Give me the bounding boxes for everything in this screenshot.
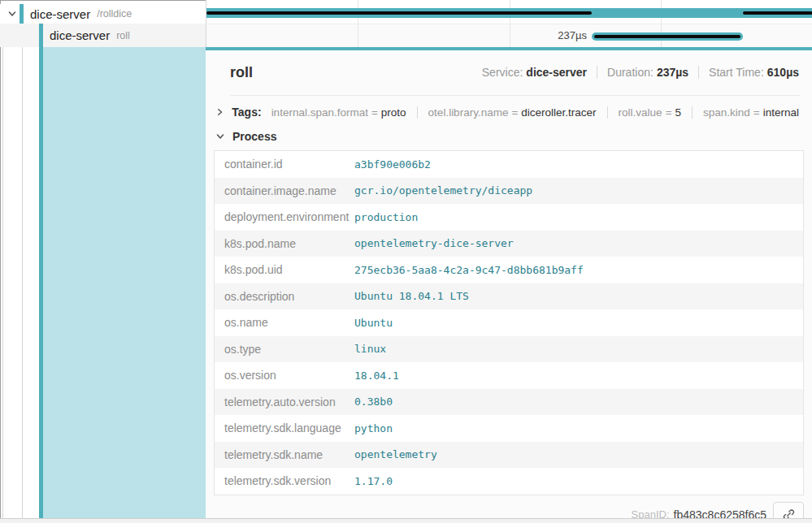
attribute-key: telemetry.sdk.name — [215, 448, 354, 461]
service-name: dice-server — [30, 7, 90, 21]
chevron-right-icon — [215, 107, 224, 117]
attribute-value: 1.17.0 — [354, 475, 393, 487]
tag-item: internal.span.format=proto — [271, 106, 406, 119]
chevron-down-icon — [7, 9, 17, 19]
tag-value: internal — [763, 106, 799, 119]
header-divider — [230, 95, 801, 96]
service-name: dice-server — [50, 28, 110, 42]
indent-guide — [22, 47, 23, 518]
attribute-key: os.version — [215, 369, 354, 382]
tag-item: roll.value=5 — [607, 106, 681, 119]
tag-equals: = — [750, 106, 763, 119]
table-row: telemetry.sdk.language python — [215, 415, 803, 442]
span-duration-label: 237µs — [558, 29, 587, 41]
attribute-key: telemetry.sdk.version — [215, 474, 354, 487]
tag-value: proto — [381, 106, 406, 119]
overview-value: 237µs — [657, 66, 688, 79]
table-row: container.id a3bf90e006b2 — [215, 151, 803, 178]
indent-guide — [2, 47, 3, 518]
overview-value: 610µs — [767, 66, 799, 79]
selected-span-highlight — [43, 47, 206, 518]
attribute-key: k8s.pod.uid — [215, 263, 354, 276]
attribute-value: opentelemetry — [354, 448, 437, 460]
tag-list: internal.span.format=proto otel.library.… — [271, 106, 799, 119]
tag-equals: = — [368, 106, 381, 119]
table-row: container.image.name gcr.io/opentelemetr… — [215, 178, 803, 205]
table-row: telemetry.auto.version 0.38b0 — [215, 389, 803, 416]
tags-label: Tags: — [232, 106, 261, 119]
span-self-time-segment — [743, 11, 812, 15]
span-self-time-segment — [594, 35, 740, 38]
tag-key: span.kind — [703, 106, 750, 119]
overview-item: Duration:237µs — [597, 66, 688, 79]
operation-name: /rolldice — [97, 8, 132, 19]
attribute-key: os.description — [215, 290, 354, 303]
table-row: k8s.pod.name opentelemetry-dice-server — [215, 231, 803, 257]
tag-item: span.kind=internal — [692, 106, 799, 119]
span-bar-rolldice[interactable] — [206, 8, 812, 18]
horizontal-scrollbar[interactable] — [0, 518, 812, 523]
attribute-key: telemetry.auto.version — [215, 395, 354, 408]
span-detail-panel: roll Service:dice-server Duration:237µs … — [206, 47, 812, 518]
attribute-key: deployment.environment — [215, 210, 354, 223]
table-row: telemetry.sdk.name opentelemetry — [215, 442, 803, 469]
span-row-roll[interactable]: dice-server roll — [0, 24, 206, 47]
attribute-key: os.type — [215, 343, 354, 356]
timeline-row-separator — [206, 24, 812, 24]
tag-equals: = — [662, 106, 675, 119]
attribute-value: python — [354, 422, 393, 434]
attribute-key: container.image.name — [215, 184, 354, 197]
span-self-time-segment — [206, 11, 592, 15]
tag-value: diceroller.tracer — [521, 106, 596, 119]
jaeger-trace-view: dice-server /rolldice dice-server roll 2… — [0, 0, 812, 523]
span-overview: Service:dice-server Duration:237µs Start… — [482, 66, 799, 79]
attribute-key: container.id — [215, 158, 354, 171]
overview-value: dice-server — [526, 66, 587, 79]
span-detail-header: roll Service:dice-server Duration:237µs … — [230, 60, 799, 84]
process-label: Process — [232, 130, 276, 143]
table-row: telemetry.sdk.version 1.17.0 — [215, 468, 803, 495]
attribute-value: production — [354, 211, 418, 223]
process-section-header[interactable]: Process — [215, 128, 812, 145]
attribute-value: opentelemetry-dice-server — [354, 237, 514, 249]
operation-name: roll — [116, 30, 130, 41]
service-color-bar — [39, 24, 43, 47]
table-row: os.name Ubuntu — [215, 309, 803, 336]
overview-item: Service:dice-server — [482, 66, 587, 79]
attribute-value: Ubuntu 18.04.1 LTS — [354, 290, 469, 302]
attribute-key: os.name — [215, 316, 354, 329]
attribute-value: gcr.io/opentelemetry/diceapp — [354, 184, 532, 197]
overview-label: Start Time: — [709, 66, 764, 79]
process-attributes-table: container.id a3bf90e006b2 container.imag… — [214, 150, 804, 495]
table-row: os.description Ubuntu 18.04.1 LTS — [215, 283, 803, 310]
overview-item: Start Time:610µs — [698, 66, 799, 79]
table-row: os.version 18.04.1 — [215, 362, 803, 389]
span-title: roll — [230, 64, 253, 81]
tag-value: 5 — [675, 106, 682, 119]
tag-item: otel.library.name=diceroller.tracer — [417, 106, 597, 119]
tag-key: internal.span.format — [271, 106, 368, 119]
tags-section-header[interactable]: Tags: internal.span.format=proto otel.li… — [215, 102, 799, 123]
attribute-value: a3bf90e006b2 — [354, 158, 431, 171]
table-row: deployment.environment production — [215, 204, 803, 231]
service-color-bar — [20, 4, 24, 24]
attribute-value: 275ecb36-5aa8-4c2a-9c47-d8bb681b9aff — [354, 264, 584, 276]
attribute-value: Ubuntu — [354, 317, 393, 329]
attribute-value: linux — [354, 343, 386, 355]
tag-key: roll.value — [619, 106, 662, 119]
table-row: os.type linux — [215, 336, 803, 363]
tag-equals: = — [508, 106, 521, 119]
overview-label: Duration: — [607, 66, 654, 79]
span-bar-roll[interactable] — [592, 32, 743, 41]
attribute-value: 0.38b0 — [354, 395, 393, 408]
chevron-down-icon — [215, 132, 225, 141]
tag-key: otel.library.name — [428, 106, 509, 119]
table-row: k8s.pod.uid 275ecb36-5aa8-4c2a-9c47-d8bb… — [215, 257, 803, 283]
collapse-chevron-button[interactable] — [5, 6, 20, 21]
span-row-rolldice[interactable]: dice-server /rolldice — [0, 4, 206, 24]
overview-label: Service: — [482, 66, 523, 79]
trace-timeline: 237µs — [206, 0, 812, 47]
attribute-value: 18.04.1 — [354, 370, 399, 382]
attribute-key: k8s.pod.name — [215, 237, 354, 250]
attribute-key: telemetry.sdk.language — [215, 421, 354, 434]
